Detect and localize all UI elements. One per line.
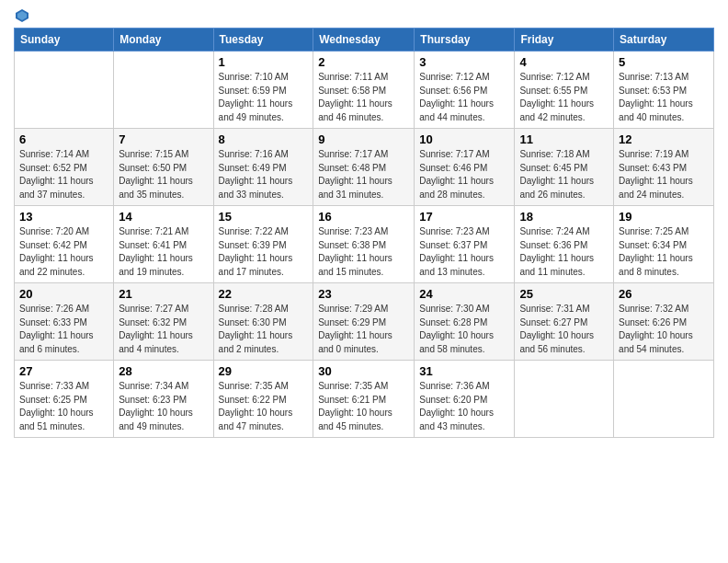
sunset-text: Sunset: 6:22 PM [219,395,287,405]
calendar-cell: 3 Sunrise: 7:12 AM Sunset: 6:56 PM Dayli… [415,52,515,129]
daylight-text: Daylight: 11 hours and 13 minutes. [419,253,494,277]
calendar-cell: 7 Sunrise: 7:15 AM Sunset: 6:50 PM Dayli… [114,129,213,206]
day-number: 26 [619,287,709,301]
daylight-text: Daylight: 11 hours and 37 minutes. [19,176,94,200]
sunrise-text: Sunrise: 7:12 AM [419,72,489,82]
calendar-cell [614,361,714,438]
calendar-cell: 8 Sunrise: 7:16 AM Sunset: 6:49 PM Dayli… [213,129,313,206]
sunset-text: Sunset: 6:27 PM [519,317,587,327]
sunset-text: Sunset: 6:23 PM [119,395,187,405]
daylight-text: Daylight: 10 hours and 45 minutes. [318,408,392,431]
day-number: 25 [519,287,609,301]
daylight-text: Daylight: 11 hours and 4 minutes. [119,330,193,354]
sunrise-text: Sunrise: 7:16 AM [219,149,289,159]
day-info: Sunrise: 7:35 AM Sunset: 6:21 PM Dayligh… [318,380,409,433]
day-number: 3 [419,55,509,69]
weekday-header: Sunday [15,29,114,52]
sunset-text: Sunset: 6:30 PM [219,317,287,327]
day-info: Sunrise: 7:12 AM Sunset: 6:56 PM Dayligh… [419,71,509,124]
weekday-header: Friday [515,29,614,52]
day-info: Sunrise: 7:31 AM Sunset: 6:27 PM Dayligh… [519,303,609,356]
day-number: 27 [19,364,108,378]
calendar-week-row: 1 Sunrise: 7:10 AM Sunset: 6:59 PM Dayli… [15,52,714,129]
day-number: 11 [519,132,609,146]
weekday-header: Monday [114,29,213,52]
sunset-text: Sunset: 6:32 PM [119,317,187,327]
sunrise-text: Sunrise: 7:28 AM [219,304,289,314]
calendar-cell: 11 Sunrise: 7:18 AM Sunset: 6:45 PM Dayl… [515,129,614,206]
sunrise-text: Sunrise: 7:24 AM [519,226,589,236]
calendar-cell [515,361,614,438]
daylight-text: Daylight: 10 hours and 51 minutes. [19,408,94,431]
daylight-text: Daylight: 11 hours and 11 minutes. [519,253,594,277]
calendar-cell: 17 Sunrise: 7:23 AM Sunset: 6:37 PM Dayl… [415,206,515,283]
day-number: 12 [619,132,709,146]
daylight-text: Daylight: 11 hours and 15 minutes. [318,253,392,277]
sunrise-text: Sunrise: 7:20 AM [19,226,89,236]
sunrise-text: Sunrise: 7:23 AM [318,226,388,236]
calendar-cell [15,52,114,129]
day-number: 7 [119,132,208,146]
day-number: 17 [419,210,509,224]
day-info: Sunrise: 7:19 AM Sunset: 6:43 PM Dayligh… [619,148,709,201]
day-number: 23 [318,287,409,301]
sunrise-text: Sunrise: 7:19 AM [619,149,688,159]
day-number: 24 [419,287,509,301]
calendar-week-row: 27 Sunrise: 7:33 AM Sunset: 6:25 PM Dayl… [15,361,714,438]
sunset-text: Sunset: 6:45 PM [519,163,587,173]
daylight-text: Daylight: 11 hours and 31 minutes. [318,176,392,200]
day-info: Sunrise: 7:24 AM Sunset: 6:36 PM Dayligh… [519,225,609,279]
sunset-text: Sunset: 6:33 PM [19,317,87,327]
logo [14,9,28,22]
day-info: Sunrise: 7:30 AM Sunset: 6:28 PM Dayligh… [419,303,509,356]
sunrise-text: Sunrise: 7:35 AM [219,381,289,391]
sunrise-text: Sunrise: 7:22 AM [219,226,289,236]
calendar-cell: 22 Sunrise: 7:28 AM Sunset: 6:30 PM Dayl… [213,283,313,361]
sunset-text: Sunset: 6:43 PM [619,163,687,173]
day-info: Sunrise: 7:23 AM Sunset: 6:37 PM Dayligh… [419,225,509,279]
sunrise-text: Sunrise: 7:14 AM [19,149,89,159]
sunrise-text: Sunrise: 7:29 AM [318,304,388,314]
logo-icon [16,9,28,22]
calendar-cell: 16 Sunrise: 7:23 AM Sunset: 6:38 PM Dayl… [313,206,415,283]
daylight-text: Daylight: 10 hours and 56 minutes. [519,330,594,354]
day-number: 31 [419,364,509,378]
sunrise-text: Sunrise: 7:21 AM [119,226,188,236]
calendar-week-row: 20 Sunrise: 7:26 AM Sunset: 6:33 PM Dayl… [15,283,714,361]
sunrise-text: Sunrise: 7:17 AM [419,149,489,159]
day-number: 8 [219,132,309,146]
sunrise-text: Sunrise: 7:18 AM [519,149,589,159]
day-info: Sunrise: 7:34 AM Sunset: 6:23 PM Dayligh… [119,380,208,433]
calendar-cell: 23 Sunrise: 7:29 AM Sunset: 6:29 PM Dayl… [313,283,415,361]
sunrise-text: Sunrise: 7:13 AM [619,72,688,82]
sunset-text: Sunset: 6:49 PM [219,163,287,173]
day-info: Sunrise: 7:12 AM Sunset: 6:55 PM Dayligh… [519,71,609,124]
sunset-text: Sunset: 6:46 PM [419,163,487,173]
day-info: Sunrise: 7:17 AM Sunset: 6:48 PM Dayligh… [318,148,409,201]
sunrise-text: Sunrise: 7:36 AM [419,381,489,391]
sunrise-text: Sunrise: 7:25 AM [619,226,688,236]
calendar-cell: 28 Sunrise: 7:34 AM Sunset: 6:23 PM Dayl… [114,361,213,438]
calendar-cell: 6 Sunrise: 7:14 AM Sunset: 6:52 PM Dayli… [15,129,114,206]
daylight-text: Daylight: 11 hours and 49 minutes. [219,98,293,122]
weekday-header: Saturday [614,29,714,52]
day-number: 1 [219,55,309,69]
sunset-text: Sunset: 6:41 PM [119,240,187,250]
sunrise-text: Sunrise: 7:12 AM [519,72,589,82]
sunset-text: Sunset: 6:58 PM [318,86,386,96]
calendar-cell: 20 Sunrise: 7:26 AM Sunset: 6:33 PM Dayl… [15,283,114,361]
sunrise-text: Sunrise: 7:11 AM [318,72,388,82]
day-number: 2 [318,55,409,69]
day-info: Sunrise: 7:28 AM Sunset: 6:30 PM Dayligh… [219,303,309,356]
daylight-text: Daylight: 11 hours and 22 minutes. [19,253,94,277]
calendar-cell: 1 Sunrise: 7:10 AM Sunset: 6:59 PM Dayli… [213,52,313,129]
daylight-text: Daylight: 11 hours and 26 minutes. [519,176,594,200]
day-number: 14 [119,210,208,224]
daylight-text: Daylight: 10 hours and 58 minutes. [419,330,494,354]
sunset-text: Sunset: 6:28 PM [419,317,487,327]
day-number: 5 [619,55,709,69]
day-info: Sunrise: 7:14 AM Sunset: 6:52 PM Dayligh… [19,148,108,201]
day-number: 6 [19,132,108,146]
daylight-text: Daylight: 11 hours and 33 minutes. [219,176,293,200]
sunset-text: Sunset: 6:21 PM [318,395,386,405]
